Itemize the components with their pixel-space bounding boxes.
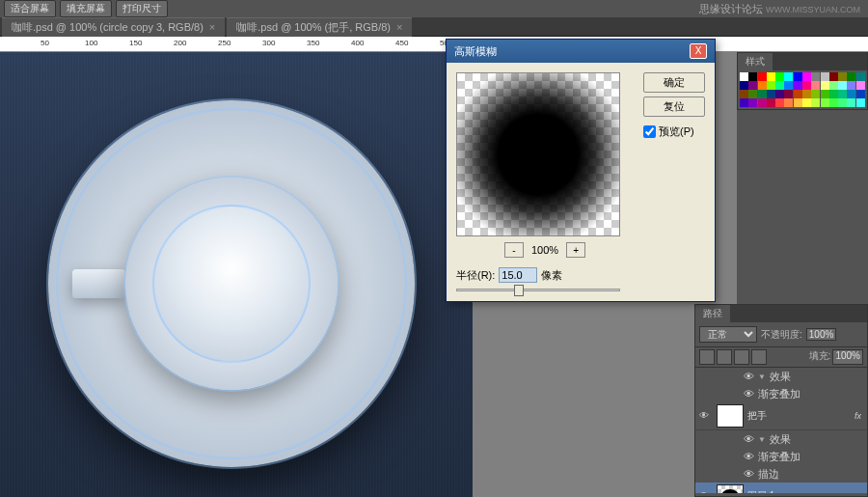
color-swatch[interactable] — [821, 90, 829, 98]
color-swatch[interactable] — [802, 90, 811, 98]
print-size-button[interactable]: 打印尺寸 — [116, 0, 168, 17]
blur-preview[interactable] — [456, 72, 620, 236]
canvas[interactable] — [0, 52, 473, 497]
color-swatch[interactable] — [847, 90, 855, 98]
color-swatch[interactable] — [811, 98, 820, 107]
color-swatch[interactable] — [740, 90, 748, 98]
color-swatch[interactable] — [821, 72, 829, 81]
color-swatch[interactable] — [847, 98, 855, 107]
lock-position-icon[interactable] — [734, 349, 749, 365]
fit-screen-button[interactable]: 适合屏幕 — [4, 0, 56, 17]
color-swatch[interactable] — [748, 72, 757, 81]
paths-tab[interactable]: 路径 — [695, 305, 730, 322]
color-swatch[interactable] — [829, 98, 838, 107]
close-button[interactable]: X — [690, 43, 707, 59]
color-swatch[interactable] — [847, 72, 855, 81]
layer-row[interactable]: 👁 把手 fx — [695, 402, 867, 430]
color-swatch[interactable] — [767, 98, 775, 107]
color-swatch[interactable] — [802, 98, 811, 107]
color-swatch[interactable] — [775, 72, 784, 81]
preview-checkbox-label[interactable]: 预览(P) — [643, 124, 705, 139]
color-swatch[interactable] — [838, 72, 847, 81]
effect-row[interactable]: 👁▼效果 — [695, 368, 867, 385]
color-swatch[interactable] — [784, 98, 793, 107]
document-tab[interactable]: 咖啡.psd @ 100% (把手, RGB/8) × — [227, 17, 412, 37]
eye-icon[interactable]: 👁 — [744, 371, 754, 382]
radius-slider[interactable] — [456, 289, 620, 291]
color-swatch[interactable] — [811, 72, 820, 81]
color-swatch[interactable] — [784, 90, 793, 98]
color-swatch[interactable] — [748, 90, 757, 98]
fx-badge[interactable]: fx — [854, 411, 861, 421]
layer-row-selected[interactable]: 👁 图层 1 — [695, 483, 867, 493]
eye-icon[interactable]: 👁 — [744, 433, 754, 445]
color-swatch[interactable] — [758, 81, 767, 90]
color-swatch[interactable] — [784, 72, 793, 81]
color-swatch[interactable] — [740, 98, 748, 107]
color-swatch[interactable] — [740, 72, 748, 81]
dialog-titlebar[interactable]: 高斯模糊 X — [447, 40, 715, 63]
effect-sub-row[interactable]: 👁渐变叠加 — [695, 448, 867, 465]
color-swatch[interactable] — [802, 81, 811, 90]
effect-sub-row[interactable]: 👁描边 — [695, 465, 867, 483]
opacity-value[interactable]: 100% — [806, 328, 837, 341]
color-swatch[interactable] — [758, 90, 767, 98]
reset-button[interactable]: 复位 — [643, 97, 705, 117]
effect-sub-row[interactable]: 👁渐变叠加 — [695, 385, 867, 402]
color-swatch[interactable] — [794, 72, 802, 81]
zoom-in-button[interactable]: + — [566, 242, 585, 258]
color-swatch[interactable] — [856, 90, 865, 98]
color-swatch[interactable] — [838, 90, 847, 98]
eye-icon[interactable]: 👁 — [744, 468, 754, 480]
color-swatch[interactable] — [758, 72, 767, 81]
color-swatch[interactable] — [829, 81, 838, 90]
color-swatch[interactable] — [767, 90, 775, 98]
preview-checkbox[interactable] — [643, 125, 656, 138]
color-swatch[interactable] — [775, 81, 784, 90]
blend-mode-select[interactable]: 正常 — [699, 326, 757, 343]
color-swatch[interactable] — [811, 90, 820, 98]
color-swatch[interactable] — [847, 81, 855, 90]
zoom-out-button[interactable]: - — [504, 242, 524, 258]
eye-icon[interactable]: 👁 — [744, 451, 754, 462]
fill-screen-button[interactable]: 填充屏幕 — [60, 0, 112, 17]
color-swatch[interactable] — [811, 81, 820, 90]
eye-icon[interactable]: 👁 — [744, 388, 754, 400]
close-icon[interactable]: × — [209, 21, 215, 33]
color-swatch[interactable] — [821, 98, 829, 107]
color-swatch[interactable] — [856, 98, 865, 107]
color-swatch[interactable] — [767, 81, 775, 90]
color-swatch[interactable] — [829, 72, 838, 81]
layer-thumbnail[interactable] — [717, 404, 744, 428]
lock-icon[interactable] — [699, 349, 715, 365]
color-swatch[interactable] — [829, 90, 838, 98]
color-swatch[interactable] — [784, 81, 793, 90]
fill-value[interactable]: 100% — [832, 349, 863, 365]
lock-all-icon[interactable] — [751, 349, 767, 365]
color-swatch[interactable] — [856, 72, 865, 81]
color-swatch[interactable] — [821, 81, 829, 90]
color-swatch[interactable] — [740, 81, 748, 90]
eye-icon[interactable]: 👁 — [699, 410, 713, 422]
color-swatch[interactable] — [802, 72, 811, 81]
color-swatch[interactable] — [767, 72, 775, 81]
color-swatch[interactable] — [794, 98, 802, 107]
color-swatch[interactable] — [748, 81, 757, 90]
color-swatch[interactable] — [775, 98, 784, 107]
color-swatch[interactable] — [758, 98, 767, 107]
color-swatch[interactable] — [775, 90, 784, 98]
radius-input[interactable] — [499, 267, 537, 283]
layer-thumbnail[interactable] — [717, 484, 744, 493]
lock-pixels-icon[interactable] — [717, 349, 732, 365]
ok-button[interactable]: 确定 — [643, 72, 705, 93]
slider-thumb[interactable] — [514, 285, 524, 296]
color-swatch[interactable] — [856, 81, 865, 90]
color-swatch[interactable] — [794, 81, 802, 90]
eye-icon[interactable]: 👁 — [699, 490, 713, 493]
color-swatch[interactable] — [838, 81, 847, 90]
styles-tab[interactable]: 样式 — [738, 53, 773, 70]
color-swatch[interactable] — [838, 98, 847, 107]
effect-row[interactable]: 👁▼效果 — [695, 430, 867, 448]
color-swatch[interactable] — [748, 98, 757, 107]
color-swatch[interactable] — [794, 90, 802, 98]
